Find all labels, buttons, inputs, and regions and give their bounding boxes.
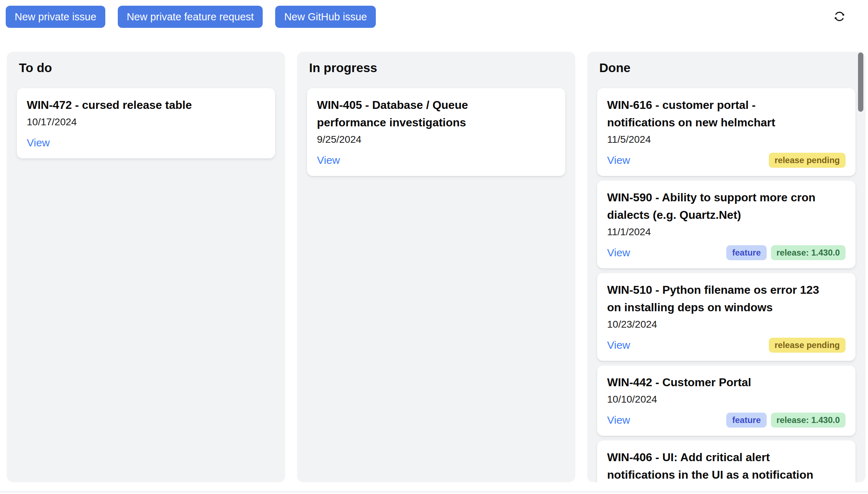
column-in-progress: In progress WIN-405 - Database / Queue p…	[297, 52, 575, 482]
card-footer: View	[317, 153, 555, 168]
badge-feature: feature	[726, 413, 766, 428]
card-footer: View	[27, 135, 265, 150]
badge-release-pending: release pending	[769, 153, 846, 168]
issue-card-win-590[interactable]: WIN-590 - Ability to support more cron d…	[597, 181, 856, 268]
issue-card-win-406[interactable]: WIN-406 - UI: Add critical alert notific…	[597, 440, 856, 482]
issue-title: WIN-510 - Python filename os error 123 o…	[607, 281, 823, 316]
view-link[interactable]: View	[317, 153, 340, 168]
new-private-feature-request-button[interactable]: New private feature request	[118, 6, 263, 28]
view-link[interactable]: View	[607, 245, 630, 260]
badge-feature: feature	[726, 245, 766, 260]
issue-card-win-405[interactable]: WIN-405 - Database / Queue performance i…	[307, 88, 565, 176]
badge-release-pending: release pending	[769, 338, 846, 353]
badge-list: release pending	[769, 153, 846, 168]
issue-title: WIN-442 - Customer Portal	[607, 374, 823, 391]
badge-list: feature release: 1.430.0	[726, 245, 846, 260]
column-title-in-progress: In progress	[309, 60, 563, 75]
badge-release-version: release: 1.430.0	[771, 413, 846, 428]
refresh-icon	[833, 10, 846, 23]
toolbar: New private issue New private feature re…	[6, 6, 376, 28]
issue-card-win-472[interactable]: WIN-472 - cursed release table 10/17/202…	[17, 88, 275, 158]
issue-title: WIN-406 - UI: Add critical alert notific…	[607, 449, 823, 482]
card-footer: View release pending	[607, 338, 846, 353]
issue-card-win-510[interactable]: WIN-510 - Python filename os error 123 o…	[597, 273, 856, 361]
issue-card-win-442[interactable]: WIN-442 - Customer Portal 10/10/2024 Vie…	[597, 366, 856, 436]
issue-title: WIN-590 - Ability to support more cron d…	[607, 189, 823, 224]
done-column-scrollbar-thumb[interactable]	[858, 52, 863, 112]
issue-date: 9/25/2024	[317, 133, 555, 146]
view-link[interactable]: View	[27, 135, 50, 150]
bottom-divider	[0, 492, 868, 492]
issue-card-win-616[interactable]: WIN-616 - customer portal - notification…	[597, 88, 856, 176]
refresh-button[interactable]	[831, 8, 848, 25]
issue-title: WIN-616 - customer portal - notification…	[607, 96, 823, 131]
view-link[interactable]: View	[607, 153, 630, 168]
column-done: Done WIN-616 - customer portal - notific…	[587, 52, 866, 482]
column-title-done: Done	[599, 60, 853, 75]
badge-list: release pending	[769, 338, 846, 353]
issue-date: 11/1/2024	[607, 226, 846, 238]
card-footer: View feature release: 1.430.0	[607, 413, 846, 428]
column-title-todo: To do	[19, 60, 273, 75]
kanban-board: To do WIN-472 - cursed release table 10/…	[7, 52, 866, 482]
new-github-issue-button[interactable]: New GitHub issue	[275, 6, 376, 28]
issue-title: WIN-405 - Database / Queue performance i…	[317, 96, 533, 131]
issue-date: 10/10/2024	[607, 393, 846, 405]
new-private-issue-button[interactable]: New private issue	[6, 6, 105, 28]
issue-date: 10/17/2024	[27, 116, 265, 128]
card-footer: View feature release: 1.430.0	[607, 245, 846, 260]
issue-date: 10/23/2024	[607, 318, 846, 331]
issue-title: WIN-472 - cursed release table	[27, 96, 243, 114]
badge-list: feature release: 1.430.0	[726, 413, 846, 428]
view-link[interactable]: View	[607, 413, 630, 428]
issue-date: 11/5/2024	[607, 133, 846, 146]
card-footer: View release pending	[607, 153, 846, 168]
badge-release-version: release: 1.430.0	[771, 245, 846, 260]
column-todo: To do WIN-472 - cursed release table 10/…	[7, 52, 285, 482]
view-link[interactable]: View	[607, 338, 630, 353]
